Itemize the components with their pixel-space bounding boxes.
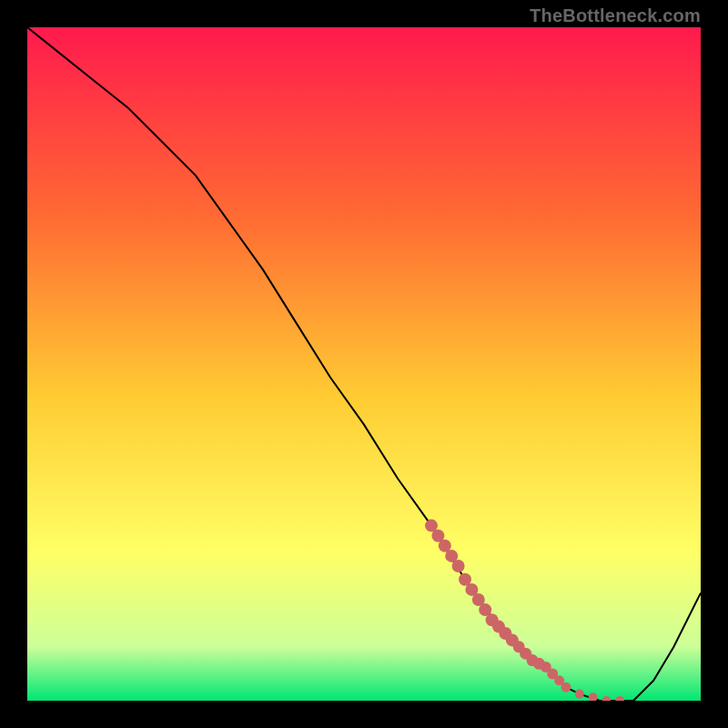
chart-frame: TheBottleneck.com (0, 0, 728, 728)
curve-marker (575, 690, 584, 699)
curve-marker (452, 560, 465, 572)
chart-svg (27, 27, 701, 701)
heatmap-background (27, 27, 701, 701)
watermark-text: TheBottleneck.com (530, 5, 701, 26)
plot-area (27, 27, 701, 701)
curve-marker (561, 682, 571, 693)
